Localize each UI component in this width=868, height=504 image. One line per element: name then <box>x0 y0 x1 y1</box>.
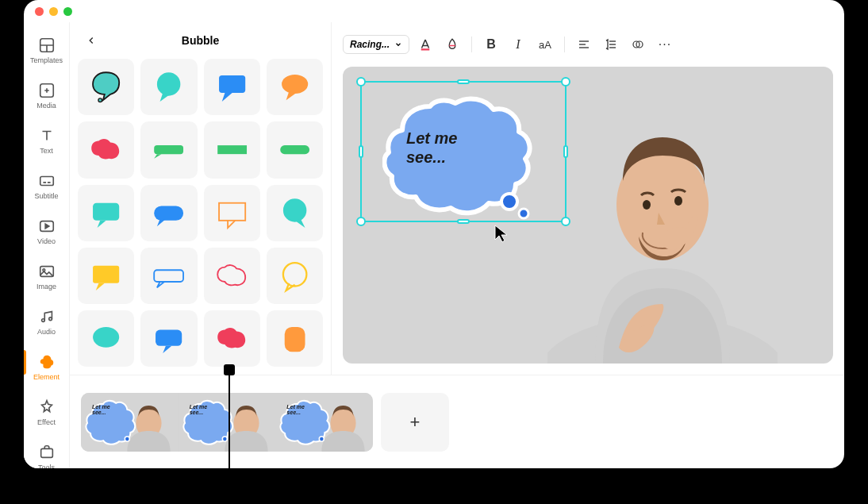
window-minimize-dot[interactable] <box>49 7 58 16</box>
font-selector[interactable]: Racing... <box>343 35 409 54</box>
svg-point-48 <box>674 196 682 206</box>
bubble-thumb[interactable] <box>267 185 323 241</box>
person-image <box>547 110 778 364</box>
sidebar-item-label: Element <box>33 373 60 381</box>
bubble-thumb[interactable] <box>204 59 260 115</box>
bubble-thumb[interactable] <box>140 185 197 241</box>
bubble-thumb[interactable] <box>204 248 260 304</box>
resize-handle-bl[interactable] <box>356 217 366 226</box>
sidebar-item-templates[interactable]: Templates <box>24 37 69 64</box>
templates-icon <box>38 37 56 54</box>
svg-rect-23 <box>217 145 247 154</box>
resize-handle-l[interactable] <box>359 145 363 158</box>
toolbar: Racing... B I aA <box>332 22 844 67</box>
bubble-thumb[interactable] <box>78 121 134 178</box>
bubble-thumb[interactable] <box>140 248 197 304</box>
bubble-thumb[interactable] <box>204 121 260 178</box>
audio-icon <box>38 308 56 325</box>
font-name: Racing... <box>350 39 390 50</box>
svg-rect-20 <box>219 75 245 93</box>
svg-point-18 <box>98 98 102 102</box>
transparency-button[interactable] <box>627 33 649 56</box>
sidebar-item-effect[interactable]: Effect <box>24 398 69 426</box>
svg-point-32 <box>93 327 119 348</box>
panel-title: Bubble <box>70 34 331 47</box>
svg-rect-24 <box>280 145 309 154</box>
bubble-thumb[interactable] <box>78 185 134 241</box>
sidebar-item-tools[interactable]: Tools <box>24 444 69 468</box>
bubble-thumb[interactable] <box>140 121 197 178</box>
italic-button[interactable]: I <box>507 33 529 56</box>
sidebar-item-image[interactable]: Image <box>24 263 69 290</box>
svg-point-28 <box>283 198 306 221</box>
bubble-thumb[interactable] <box>78 248 134 304</box>
svg-point-49 <box>501 194 517 210</box>
svg-rect-26 <box>154 206 183 220</box>
text-case-button[interactable]: aA <box>534 33 556 56</box>
bubble-thumb[interactable] <box>267 310 323 367</box>
bubble-grid <box>70 59 331 375</box>
svg-point-15 <box>41 319 44 322</box>
sidebar-item-element[interactable]: Element <box>24 353 69 381</box>
svg-point-19 <box>157 72 180 95</box>
bubble-thumb[interactable] <box>78 310 134 367</box>
sidebar-item-label: Text <box>40 147 53 155</box>
timeline-clip[interactable]: Let me see... Let me see... <box>81 393 373 452</box>
svg-rect-35 <box>421 48 430 50</box>
bubble-thumb[interactable] <box>267 59 323 115</box>
mini-bubble-text: Let me see... <box>286 404 305 415</box>
image-icon <box>38 263 56 280</box>
window-maximize-dot[interactable] <box>63 7 72 16</box>
resize-handle-r[interactable] <box>563 145 568 158</box>
sidebar-item-subtitle[interactable]: Subtitle <box>24 172 69 200</box>
canvas[interactable]: Let me see... <box>343 67 833 364</box>
svg-point-50 <box>519 209 528 218</box>
text-color-button[interactable] <box>414 33 436 56</box>
spacing-button[interactable] <box>600 33 622 56</box>
subtitle-icon <box>38 172 56 190</box>
bubble-thumb[interactable] <box>140 59 197 115</box>
bubble-thumb[interactable] <box>204 185 260 241</box>
add-clip-button[interactable]: + <box>381 393 449 452</box>
playhead[interactable] <box>229 367 230 468</box>
sidebar-item-label: Image <box>36 283 56 290</box>
sidebar-item-label: Video <box>37 237 56 245</box>
bubble-thumb[interactable] <box>78 59 134 115</box>
svg-point-56 <box>222 437 227 441</box>
bubble-text[interactable]: Let me see... <box>406 129 457 167</box>
video-icon <box>38 217 56 235</box>
sidebar-item-label: Templates <box>30 56 63 64</box>
bubble-thumb[interactable] <box>267 248 323 304</box>
svg-rect-17 <box>40 448 52 457</box>
sidebar-item-text[interactable]: Text <box>24 127 69 155</box>
separator <box>471 37 472 52</box>
back-button[interactable] <box>81 30 102 51</box>
resize-handle-t[interactable] <box>457 79 470 84</box>
svg-rect-30 <box>154 270 183 282</box>
bubble-thumb[interactable] <box>140 310 197 367</box>
app-body: Templates Media Text Subtitle <box>24 22 844 468</box>
resize-handle-tr[interactable] <box>561 77 570 87</box>
svg-point-21 <box>282 75 308 94</box>
element-panel: Bubble <box>70 22 332 375</box>
bold-button[interactable]: B <box>480 33 502 56</box>
highlight-button[interactable] <box>441 33 463 56</box>
more-button[interactable]: ··· <box>654 33 676 56</box>
sidebar: Templates Media Text Subtitle <box>24 22 70 468</box>
bubble-thumb[interactable] <box>204 310 260 367</box>
clip-frame: Let me see... <box>81 393 179 452</box>
sidebar-item-label: Audio <box>37 328 56 336</box>
sidebar-item-video[interactable]: Video <box>24 217 69 245</box>
sidebar-item-media[interactable]: Media <box>24 82 69 110</box>
text-icon <box>38 127 56 144</box>
svg-rect-27 <box>219 202 245 220</box>
panel-header: Bubble <box>70 22 331 59</box>
align-left-button[interactable] <box>573 33 595 56</box>
window-close-dot[interactable] <box>35 7 44 16</box>
mini-bubble-text: Let me see... <box>92 404 110 415</box>
resize-handle-br[interactable] <box>561 217 570 226</box>
bubble-thumb[interactable] <box>267 121 323 178</box>
cursor-icon <box>494 224 509 243</box>
resize-handle-tl[interactable] <box>356 77 366 87</box>
sidebar-item-audio[interactable]: Audio <box>24 308 69 336</box>
